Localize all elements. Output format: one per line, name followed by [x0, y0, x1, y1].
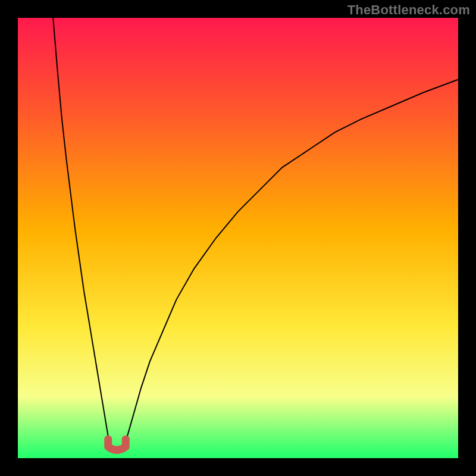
chart-frame: TheBottleneck.com	[0, 0, 476, 476]
plot-svg	[18, 18, 458, 458]
gradient-background	[18, 18, 458, 458]
plot-area	[18, 18, 458, 458]
watermark-text: TheBottleneck.com	[347, 2, 470, 18]
